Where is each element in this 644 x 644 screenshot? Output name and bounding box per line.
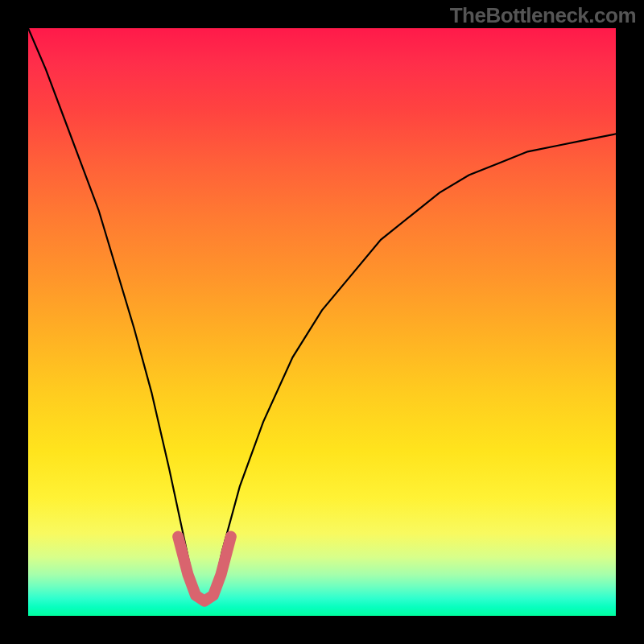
curves-svg	[28, 28, 616, 616]
highlight-range-curve	[178, 536, 231, 601]
chart-container: TheBottleneck.com	[0, 0, 644, 644]
plot-area	[28, 28, 616, 616]
bottleneck-curve	[28, 28, 616, 604]
attribution-text: TheBottleneck.com	[450, 3, 636, 28]
